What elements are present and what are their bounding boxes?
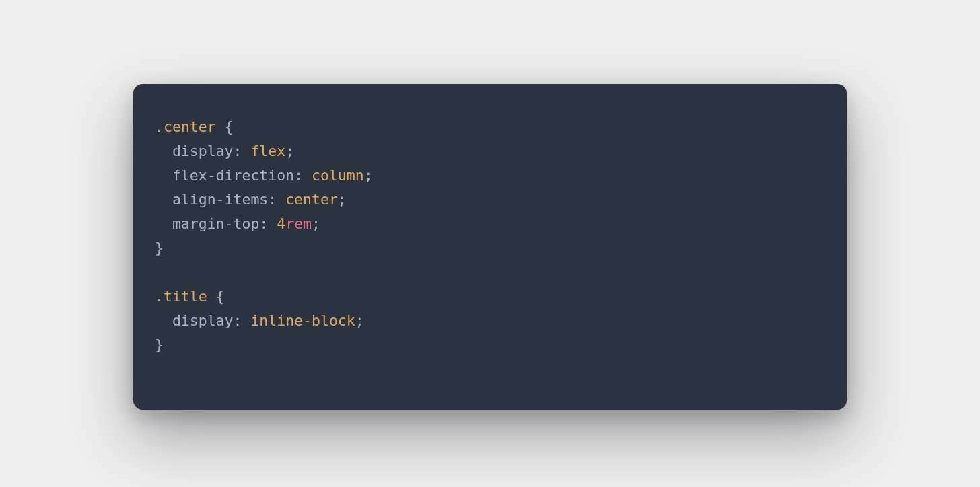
open-brace: { [207, 288, 225, 305]
prop-display: display [172, 143, 234, 159]
indent [155, 191, 172, 208]
value-4: 4 [277, 215, 285, 232]
unit-rem: rem [285, 215, 312, 232]
indent [155, 312, 172, 329]
semicolon: ; [364, 167, 373, 184]
selector-center: .center [155, 118, 216, 135]
colon: : [234, 143, 251, 159]
value-column: column [312, 167, 364, 184]
close-brace: } [155, 239, 164, 256]
prop-display: display [172, 312, 234, 329]
semicolon: ; [355, 312, 364, 329]
colon: : [294, 167, 312, 184]
value-center: center [285, 191, 338, 208]
prop-align-items: align-items [172, 191, 268, 208]
semicolon: ; [312, 215, 320, 232]
value-inline-block: inline-block [250, 312, 355, 329]
colon: : [259, 215, 277, 232]
selector-title: .title [155, 288, 207, 305]
semicolon: ; [338, 191, 347, 208]
prop-flex-direction: flex-direction [172, 167, 294, 184]
open-brace: { [216, 118, 234, 135]
css-code-block: .center { display: flex; flex-direction:… [155, 115, 825, 357]
indent [155, 167, 172, 184]
prop-margin-top: margin-top [172, 215, 259, 232]
semicolon: ; [285, 143, 294, 159]
code-snippet-card: .center { display: flex; flex-direction:… [133, 84, 847, 410]
colon: : [268, 191, 285, 208]
indent [155, 215, 172, 232]
indent [155, 143, 172, 159]
colon: : [234, 312, 251, 329]
close-brace: } [155, 336, 164, 353]
value-flex: flex [250, 143, 285, 159]
